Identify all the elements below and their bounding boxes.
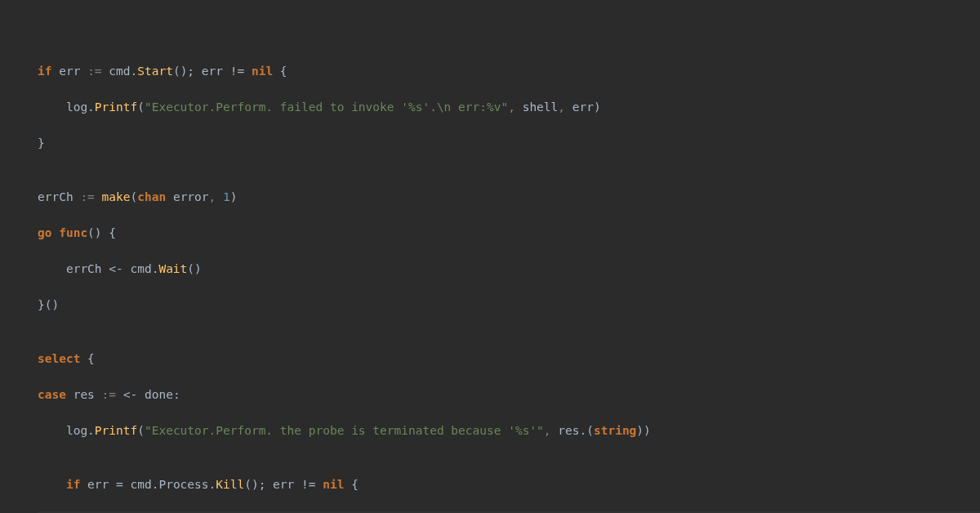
code-token: , [508,100,522,114]
code-token: , [209,190,223,203]
code-token: } [38,136,45,149]
code-token: (); err != [173,65,252,78]
code-token: { [273,65,287,78]
code-token: ) [230,190,238,203]
code-line: if err := cmd.Start(); err != nil { [38,62,980,80]
code-token: log. [38,424,95,437]
code-token: <- done: [123,388,180,401]
code-token: := [87,65,109,78]
code-token: Printf [95,424,137,437]
code-token: string [594,424,636,437]
code-token: }() [38,298,59,311]
code-token [38,478,66,491]
code-token: errCh [38,190,80,203]
code-token: log. [38,100,95,114]
code-token: ( [137,424,145,437]
code-token: case [38,388,66,401]
code-token: nil [323,478,344,491]
code-token: Printf [95,100,137,114]
code-token: Kill [216,478,244,491]
code-token: "Executor.Perform. failed to invoke '%s'… [145,100,508,114]
code-token: if [38,65,51,78]
code-token: res.( [558,424,594,437]
code-line: log.Printf("Executor.Perform. failed to … [38,98,980,116]
code-token: "Executor.Perform. the probe is terminat… [145,424,544,437]
code-token: { [344,478,358,491]
code-token: err = cmd.Process. [80,478,216,491]
code-line: } [38,134,980,152]
code-token: error [166,190,208,203]
code-line: go func() { [38,224,980,242]
code-line: select { [38,350,980,368]
code-token: cmd. [109,65,137,78]
code-line: log.Printf("Executor.Perform. the probe … [38,422,980,439]
code-token: nil [252,65,273,78]
code-token: shell [523,100,559,114]
code-token: , [544,424,558,437]
code-token: chan [137,190,166,203]
code-token: := [80,190,101,203]
code-line: errCh := make(chan error, 1) [38,188,980,206]
code-token: err) [572,100,601,114]
code-token: res [66,388,102,401]
code-token: () { [87,226,116,239]
code-token: ( [131,190,138,203]
code-line: errCh <- cmd.Wait() [38,260,980,278]
code-token: () [187,262,201,275]
code-token: , [558,100,572,114]
code-token: errCh <- cmd. [38,262,158,275]
code-line: }() [38,296,980,314]
code-token: (); err != [244,478,323,491]
code-editor[interactable]: if err := cmd.Start(); err != nil { log.… [38,62,980,513]
code-token: Wait [158,262,187,275]
code-token: )) [636,424,650,437]
code-token: select [38,352,80,365]
code-token: Start [137,65,173,78]
code-token: err [51,65,87,78]
code-token: if [66,478,80,491]
code-line: if err = cmd.Process.Kill(); err != nil … [38,475,980,493]
code-token: { [80,352,94,365]
code-token: := [102,388,123,401]
code-token: go func [38,226,87,239]
code-token: make [102,190,131,203]
code-token: 1 [223,190,230,203]
code-line: case res := <- done: [38,386,980,404]
code-token: ( [137,100,145,114]
